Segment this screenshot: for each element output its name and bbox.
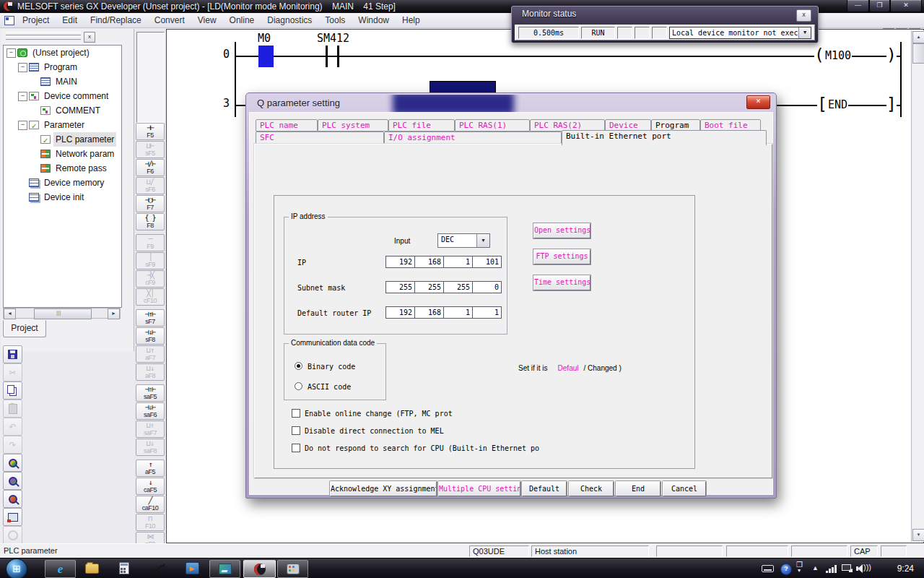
keyboard-tray-icon[interactable]	[762, 565, 774, 572]
octet-subnet-mask-1[interactable]: 255	[414, 281, 444, 293]
tree-item-remote-pass[interactable]: Remote pass	[4, 161, 121, 176]
checkbox-enable-online-change[interactable]	[292, 409, 300, 418]
multiple-cpu-settings-button[interactable]: Multiple CPU settings	[438, 481, 520, 496]
octet-default-router-ip-2[interactable]: 1	[443, 306, 473, 319]
menu-edit[interactable]: Edit	[56, 13, 84, 27]
tool-sf7-button[interactable]: ⊣↑⊢sF7	[136, 309, 165, 327]
tree-item-comment[interactable]: COMMENT	[4, 103, 121, 118]
scroll-up-icon[interactable]: ▲	[912, 31, 924, 43]
signal-strength-icon[interactable]	[826, 565, 837, 573]
open-settings-button[interactable]: Open settings	[533, 223, 590, 238]
taskbar-clock[interactable]: 9:24	[897, 564, 914, 574]
taskbar-pinned-app-button[interactable]	[149, 560, 168, 577]
menu-diagnostics[interactable]: Diagnostics	[261, 13, 318, 27]
tree-item-device-memory[interactable]: Device memory	[4, 176, 121, 190]
octet-subnet-mask-3[interactable]: 0	[472, 281, 502, 293]
tool-f8-button[interactable]: { }F8	[136, 213, 165, 230]
maximize-button[interactable]: ❐	[869, 0, 890, 12]
volume-tray-icon[interactable]: )))	[856, 564, 869, 573]
toolbar-grip[interactable]	[6, 36, 81, 40]
coil-m100-label[interactable]: M100	[824, 49, 852, 62]
tool-saf5-button[interactable]: ⊣⇑⊢saF5	[136, 384, 165, 402]
dropdown-arrow-icon[interactable]: ▼	[476, 234, 489, 247]
menu-online[interactable]: Online	[223, 13, 261, 27]
dialog-titlebar[interactable]: Q parameter setting	[248, 95, 774, 112]
ladder-monitor-button[interactable]	[3, 454, 22, 472]
scroll-right-icon[interactable]: ►	[108, 309, 120, 319]
taskbar-gx-developer-button[interactable]	[243, 560, 276, 578]
project-tree-hscrollbar[interactable]: ◄ ►	[3, 308, 121, 319]
octet-ip-2[interactable]: 1	[443, 256, 473, 268]
tool-f5-button[interactable]: ⊣⊢F5	[136, 123, 165, 140]
octet-ip-3[interactable]: 101	[472, 256, 502, 268]
expand-toggle-icon[interactable]: −	[18, 121, 27, 130]
taskbar-app-button[interactable]	[209, 560, 240, 578]
tab-plc-ras-1[interactable]: PLC RAS(1)	[455, 119, 530, 131]
buffer-monitor-button[interactable]	[3, 490, 22, 508]
tree-item-plc-parameter[interactable]: PLC parameter	[4, 132, 121, 147]
dropdown-arrow-icon[interactable]: ▼	[798, 27, 811, 38]
close-button[interactable]: ✕	[890, 0, 922, 12]
expand-toggle-icon[interactable]: −	[18, 92, 27, 101]
show-hidden-icons-button[interactable]: ▲	[812, 564, 819, 571]
tab-plc-system[interactable]: PLC system	[318, 119, 388, 131]
end-instruction[interactable]: END	[827, 98, 848, 111]
octet-ip-0[interactable]: 192	[385, 256, 415, 268]
tool-saf6-button[interactable]: ⊣⇓⊢saF6	[136, 402, 165, 420]
menu-convert[interactable]: Convert	[148, 13, 191, 27]
radio-ascii-code[interactable]	[295, 382, 302, 390]
tree-item-device-init[interactable]: Device init	[4, 190, 121, 204]
end-button[interactable]: End	[616, 481, 661, 496]
menu-project[interactable]: Project	[16, 13, 56, 27]
tree-item-network-param[interactable]: Network param	[4, 147, 121, 161]
checkbox-do-not-respond-to-sear[interactable]	[292, 444, 300, 452]
tool-caf5-button[interactable]: ↓caF5	[136, 478, 165, 495]
tool-f6-button[interactable]: ⊣/⊢F6	[136, 159, 165, 176]
menu-tools[interactable]: Tools	[318, 13, 352, 27]
octet-subnet-mask-0[interactable]: 255	[385, 281, 415, 293]
octet-ip-1[interactable]: 168	[414, 256, 444, 268]
menu-help[interactable]: Help	[396, 13, 427, 27]
tool-sf8-button[interactable]: ⊣↓⊢sF8	[136, 327, 165, 345]
monitor-status-close-icon[interactable]: x	[796, 9, 811, 22]
tree-item-program[interactable]: −Program	[4, 60, 121, 74]
scrollbar-thumb[interactable]	[34, 309, 92, 319]
tab-i-o-assignment[interactable]: I/O assignment	[384, 131, 562, 144]
expand-toggle-icon[interactable]: −	[6, 48, 16, 58]
hidden-icons-icon[interactable]: ▾	[798, 567, 801, 574]
cancel-button[interactable]: Cancel	[663, 481, 706, 496]
contact-sm412-bar[interactable]	[337, 46, 339, 67]
project-tab[interactable]: Project	[3, 320, 46, 337]
start-button[interactable]: ⊞	[6, 558, 27, 578]
octet-default-router-ip-1[interactable]: 168	[414, 306, 444, 319]
menu-view[interactable]: View	[191, 13, 223, 27]
tree-item-parameter[interactable]: −Parameter	[4, 118, 121, 132]
device-monitor-dropdown[interactable]: Local device monitor not execu ▼	[669, 27, 811, 39]
tool-caf10-button[interactable]: ╱caF10	[136, 496, 165, 513]
tool-f7-button[interactable]: ⊣○⊢F7	[136, 195, 165, 212]
ftp-settings-button[interactable]: FTP settings	[533, 249, 590, 264]
radio-binary-code[interactable]	[295, 362, 302, 370]
octet-default-router-ip-3[interactable]: 1	[472, 306, 502, 319]
octet-default-router-ip-0[interactable]: 192	[385, 306, 415, 319]
tab-sfc[interactable]: SFC	[256, 131, 384, 144]
ladder-vscrollbar[interactable]: ▲ ▼	[911, 30, 924, 542]
taskbar-ie-button[interactable]: e	[45, 560, 76, 578]
device-test-button[interactable]	[3, 508, 22, 526]
scroll-left-icon[interactable]: ◄	[4, 309, 16, 319]
time-settings-button[interactable]: Time settings	[533, 275, 590, 290]
scroll-down-icon[interactable]: ▼	[912, 529, 924, 541]
taskbar-calculator-button[interactable]	[115, 560, 134, 577]
tab-built-in-ethernet-port[interactable]: Built-in Ethernet port	[562, 130, 767, 145]
menu-window[interactable]: Window	[352, 13, 396, 27]
scrollbar-thumb[interactable]	[912, 43, 924, 64]
menu-find-replace[interactable]: Find/Replace	[84, 13, 148, 27]
taskbar-paint-button[interactable]	[277, 560, 308, 578]
network-tray-icon[interactable]	[842, 564, 851, 571]
tree-item-device-comment[interactable]: −Device comment	[4, 89, 121, 103]
octet-subnet-mask-2[interactable]: 255	[443, 281, 473, 293]
device-monitor-button[interactable]	[3, 472, 22, 490]
tree-item-main[interactable]: MAIN	[4, 74, 121, 89]
acknowledge-xy-assignment-button[interactable]: Acknowledge XY assignment	[330, 481, 437, 496]
dialog-close-button[interactable]: ✕	[746, 95, 770, 109]
